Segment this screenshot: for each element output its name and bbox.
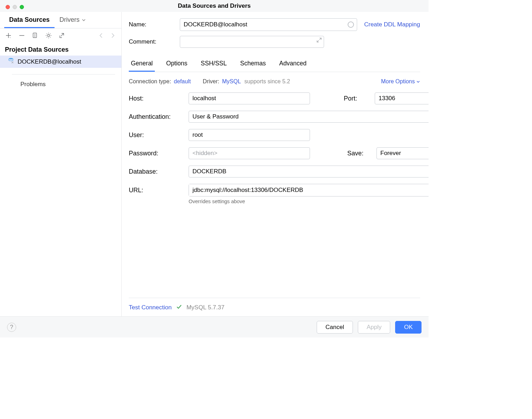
sidebar-tabs: Data Sources Drivers xyxy=(0,12,121,28)
settings-button[interactable] xyxy=(45,32,52,39)
save-label: Save: xyxy=(347,150,370,157)
window-title: Data Sources and Drivers xyxy=(178,2,251,9)
name-input-wrap xyxy=(180,18,357,31)
test-connection-link[interactable]: Test Connection xyxy=(129,304,172,311)
more-options-link[interactable]: More Options xyxy=(381,78,420,85)
titlebar: Data Sources and Drivers xyxy=(0,0,429,12)
driver-value[interactable]: MySQL xyxy=(222,78,241,85)
help-icon: ? xyxy=(10,324,13,330)
tab-advanced[interactable]: Advanced xyxy=(277,56,309,72)
authentication-label: Authentication: xyxy=(129,113,189,121)
password-input[interactable] xyxy=(189,147,310,159)
divider xyxy=(12,74,115,75)
copy-button[interactable] xyxy=(32,32,39,39)
db-version: MySQL 5.7.37 xyxy=(186,304,224,311)
color-indicator[interactable] xyxy=(348,21,354,28)
url-label: URL: xyxy=(129,187,189,194)
window-close-button[interactable] xyxy=(6,5,10,9)
port-label: Port: xyxy=(344,95,368,102)
add-button[interactable] xyxy=(5,32,12,39)
minus-icon xyxy=(19,32,25,39)
traffic-lights xyxy=(6,5,24,9)
datasource-tabs: General Options SSH/SSL Schemas Advanced xyxy=(129,56,420,72)
sidebar-tab-drivers-label: Drivers xyxy=(59,16,80,24)
sidebar-item-datasource[interactable]: DOCKERDB@localhost xyxy=(0,56,121,68)
more-options-label: More Options xyxy=(381,78,415,85)
host-label: Host: xyxy=(129,95,189,102)
svg-point-1 xyxy=(48,34,50,37)
create-ddl-mapping-link[interactable]: Create DDL Mapping xyxy=(364,21,420,28)
name-label: Name: xyxy=(129,21,176,28)
gear-icon xyxy=(45,32,52,39)
help-button[interactable]: ? xyxy=(7,323,16,332)
check-icon xyxy=(176,304,182,311)
tab-options[interactable]: Options xyxy=(164,56,189,72)
arrow-right-icon xyxy=(110,32,116,39)
apply-button[interactable]: Apply xyxy=(358,321,391,334)
sidebar-problems[interactable]: Problems xyxy=(0,78,121,91)
authentication-select[interactable] xyxy=(189,111,429,123)
driver-label: Driver: xyxy=(203,78,219,85)
tab-general[interactable]: General xyxy=(129,56,155,72)
database-select[interactable] xyxy=(189,166,429,178)
tab-ssh-ssl[interactable]: SSH/SSL xyxy=(199,56,229,72)
remove-button[interactable] xyxy=(18,32,25,39)
copy-icon xyxy=(32,32,38,39)
test-connection-row: Test Connection MySQL 5.7.37 xyxy=(129,298,420,316)
sidebar-item-label: DOCKERDB@localhost xyxy=(18,58,81,65)
connection-type-label: Connection type: xyxy=(129,78,171,85)
database-icon xyxy=(8,58,14,66)
user-input[interactable] xyxy=(189,129,310,141)
export-button[interactable] xyxy=(58,32,65,39)
connection-type-value[interactable]: default xyxy=(174,78,191,85)
main-panel: Name: Create DDL Mapping Comment: xyxy=(122,12,429,316)
back-button[interactable] xyxy=(97,32,104,39)
password-label: Password: xyxy=(129,150,189,157)
sidebar: Data Sources Drivers xyxy=(0,12,122,316)
sidebar-section-header: Project Data Sources xyxy=(0,43,121,56)
database-label: Database: xyxy=(129,168,189,175)
expand-icon[interactable] xyxy=(317,38,322,44)
arrow-left-icon xyxy=(98,32,104,39)
sidebar-tab-data-sources[interactable]: Data Sources xyxy=(4,12,55,28)
tab-schemas[interactable]: Schemas xyxy=(238,56,268,72)
chevron-down-icon xyxy=(416,80,420,84)
save-select[interactable] xyxy=(376,147,429,159)
url-input[interactable] xyxy=(189,184,429,196)
plus-icon xyxy=(5,32,12,39)
forward-button[interactable] xyxy=(109,32,116,39)
url-hint: Overrides settings above xyxy=(189,199,429,204)
driver-supports: supports since 5.2 xyxy=(245,78,290,85)
user-label: User: xyxy=(129,131,189,139)
sidebar-toolbar xyxy=(0,28,121,43)
window-minimize-button[interactable] xyxy=(13,5,17,9)
comment-label: Comment: xyxy=(129,38,176,45)
ok-button[interactable]: OK xyxy=(395,321,422,334)
chevron-down-icon xyxy=(82,18,86,22)
cancel-button[interactable]: Cancel xyxy=(317,321,353,334)
export-icon xyxy=(59,32,65,39)
footer: ? Cancel Apply OK xyxy=(0,316,429,337)
comment-input[interactable] xyxy=(180,36,324,48)
window-maximize-button[interactable] xyxy=(20,5,24,9)
name-input[interactable] xyxy=(180,19,348,31)
connection-info-row: Connection type: default Driver: MySQL s… xyxy=(129,72,420,88)
host-input[interactable] xyxy=(189,92,310,104)
sidebar-tab-drivers[interactable]: Drivers xyxy=(55,12,91,28)
port-input[interactable] xyxy=(375,92,429,104)
